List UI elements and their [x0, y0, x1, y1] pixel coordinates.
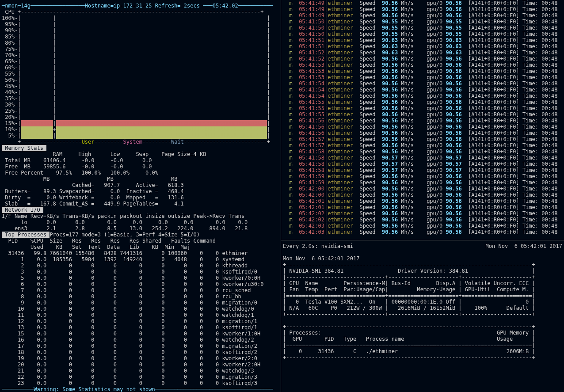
smi-proc-hdr2: | GPU PID Type Process name Usage |: [283, 336, 562, 342]
right-pane: m 05:41:49|ethminer Speed 90.56 Mh/s gpu…: [281, 0, 564, 392]
ethminer-log-row: m 05:42:00|ethminer Speed 90.56 Mh/s gpu…: [283, 186, 562, 192]
smi-border: +---------------------------------------…: [283, 262, 562, 268]
process-list: 31436 99.8 7661040 155480 8428 7441316 0…: [2, 250, 279, 386]
net-ens: ens3 2.1 2.8 8.5 13.0 254.2 224.0 894.0 …: [2, 225, 279, 232]
ethminer-log-row: m 05:42:00|ethminer Speed 90.56 Mh/s gpu…: [283, 192, 562, 198]
process-row: 8 0.0 0 0 0 0 0 0 0 0 rcu_bh: [2, 293, 279, 300]
mem-blank: MB MB MB: [2, 176, 279, 182]
smi-hdr2: | Fan Temp Perf Pwr:Usage/Cap| Memory-Us…: [283, 286, 562, 293]
process-row: 23 0.0 0 0 0 0 0 0 0 0 ksoftirqd/3: [2, 380, 279, 386]
cpu-row: 80%-| | |: [2, 40, 279, 46]
process-row: 5 0.0 0 0 0 0 0 0 0 0 kworker/0:0H: [2, 275, 279, 281]
ethminer-log-row: m 05:41:55|ethminer Speed 90.56 Mh/s gpu…: [283, 99, 562, 105]
cpu-row-15: 15%-|ssssssssss|ssssssssssssssssssssssss…: [2, 120, 279, 126]
smi-date: Mon Nov 6 05:42:01 2017: [283, 255, 562, 262]
process-row: 1 0.0 185356 5984 1392 149240 0 4048 0 0…: [2, 256, 279, 263]
process-row: 31436 99.8 7661040 155480 8428 7441316 0…: [2, 250, 279, 256]
smi-proc-top: +---------------------------------------…: [283, 323, 562, 330]
ethminer-log[interactable]: m 05:41:49|ethminer Speed 90.56 Mh/s gpu…: [281, 0, 564, 240]
cpu-row: 85%-| | |: [2, 34, 279, 40]
cpu-chart: 100%-| | | 95%-| | | 90%-| |: [2, 15, 279, 120]
ethminer-log-row: m 05:41:53|ethminer Speed 90.56 Mh/s gpu…: [283, 68, 562, 74]
cpu-row: 25%-| | |: [2, 108, 279, 114]
ethminer-log-row: m 05:41:49|ethminer Speed 90.56 Mh/s gpu…: [283, 6, 562, 12]
cpu-row: 45%-| | |: [2, 83, 279, 89]
smi-proc-hdr1: | Processes: GPU Memory |: [283, 330, 562, 336]
process-row: 18 0.0 0 0 0 0 0 0 0 0 ksoftirqd/2: [2, 349, 279, 355]
process-row: 19 0.0 0 0 0 0 0 0 0 0 kworker/2:0: [2, 355, 279, 362]
process-row: 20 0.0 0 0 0 0 0 0 0 0 kworker/2:0H: [2, 362, 279, 368]
smi-bot: +-------------------------------+-------…: [283, 311, 562, 317]
ethminer-log-row: m 05:41:52|ethminer Speed 90.63 Mh/s gpu…: [283, 49, 562, 56]
ethminer-log-row: m 05:41:54|ethminer Speed 90.56 Mh/s gpu…: [283, 93, 562, 99]
cpu-row: 55%-| | |: [2, 71, 279, 77]
ethminer-log-row: m 05:41:49|ethminer Speed 90.56 Mh/s gpu…: [283, 12, 562, 19]
process-row: 13 0.0 0 0 0 0 0 0 0 0 ksoftirqd/1: [2, 324, 279, 331]
mem-header: RAM High Low Swap Page Size=4 KB: [2, 151, 279, 157]
net-lo: lo 0.0 0.0 0.0 0.0 0.0 0.0 0.0 0.0: [2, 219, 279, 225]
process-row: 15 0.0 0 0 0 0 0 0 0 0 kworker/1:0H: [2, 331, 279, 337]
ethminer-log-row: m 05:41:53|ethminer Speed 90.56 Mh/s gpu…: [283, 62, 562, 68]
cpu-row: 50%-| | |: [2, 77, 279, 83]
ethminer-log-row: m 05:41:55|ethminer Speed 90.56 Mh/s gpu…: [283, 111, 562, 118]
process-row: 7 0.0 0 0 0 0 0 0 0 0 rcu_sched: [2, 287, 279, 293]
process-row: 6 0.0 0 0 0 0 0 0 0 0 kworker/u30:0: [2, 281, 279, 287]
mem-free: Free MB 59855.6 -0.0 -0.0 0.0: [2, 164, 279, 170]
ethminer-log-row: m 05:41:50|ethminer Speed 90.55 Mh/s gpu…: [283, 31, 562, 37]
ethminer-log-row: m 05:41:59|ethminer Speed 90.56 Mh/s gpu…: [283, 179, 562, 186]
ethminer-log-row: m 05:41:51|ethminer Speed 90.63 Mh/s gpu…: [283, 43, 562, 49]
ethminer-log-row: m 05:42:01|ethminer Speed 90.56 Mh/s gpu…: [283, 198, 562, 204]
cpu-row: 65%-| | |: [2, 58, 279, 65]
cpu-row: 100%-| | |: [2, 15, 279, 21]
ethminer-log-row: m 05:41:56|ethminer Speed 90.56 Mh/s gpu…: [283, 130, 562, 136]
net-header: I/F Name Recv=KB/s Trans=KB/s packin pac…: [2, 213, 279, 219]
top-header2: Used KB Set Text Data Lib KB Min Maj: [2, 244, 279, 250]
cpu-row: 90%-| | |: [2, 27, 279, 34]
cpu-row: 35%-| | |: [2, 95, 279, 102]
ethminer-log-row: m 05:41:54|ethminer Speed 90.56 Mh/s gpu…: [283, 80, 562, 87]
ethminer-log-row: m 05:41:52|ethminer Speed 90.56 Mh/s gpu…: [283, 56, 562, 62]
cpu-row: 70%-| | |: [2, 52, 279, 58]
cpu-row-5: 5%-|UUUUUUUUUU|UUUUUUUUUUUUUUUUUUUUUUUUU…: [2, 133, 279, 139]
process-row: 22 0.0 0 0 0 0 0 0 0 0 migration/3: [2, 374, 279, 380]
ethminer-log-row: m 05:41:57|ethminer Speed 90.56 Mh/s gpu…: [283, 142, 562, 148]
process-row: 12 0.0 0 0 0 0 0 0 0 0 migration/1: [2, 318, 279, 324]
smi-sep2: |===============================+=======…: [283, 293, 562, 299]
ethminer-log-row: m 05:41:51|ethminer Speed 90.63 Mh/s gpu…: [283, 37, 562, 43]
ethminer-log-row: m 05:41:57|ethminer Speed 90.56 Mh/s gpu…: [283, 136, 562, 142]
smi-gpu-row2: | N/A 60C P0 212W / 300W | 2616MiB / 161…: [283, 305, 562, 311]
ethminer-log-row: m 05:41:49|ethminer Speed 90.56 Mh/s gpu…: [283, 0, 562, 6]
ethminer-log-row: m 05:41:53|ethminer Speed 90.56 Mh/s gpu…: [283, 74, 562, 80]
mem-slab: Slab = 167.8 Commit_AS = 449.9 PageTable…: [2, 201, 279, 207]
mem-buffers: Buffers= 89.3 Swapcached= 0.0 Inactive =…: [2, 188, 279, 194]
ethminer-log-row: m 05:41:55|ethminer Speed 90.56 Mh/s gpu…: [283, 105, 562, 111]
network-section-label: Network I/O: [2, 207, 279, 213]
smi-sep: |-------------------------------+-------…: [283, 274, 562, 280]
mem-cached: Cached= 907.7 Active= 618.3: [2, 182, 279, 188]
ethminer-log-row: m 05:41:50|ethminer Speed 90.55 Mh/s gpu…: [283, 19, 562, 25]
mem-total: Total MB 61406.4 -0.0 -0.0 0.0: [2, 157, 279, 164]
ethminer-log-row: m 05:41:59|ethminer Speed 90.56 Mh/s gpu…: [283, 173, 562, 179]
process-row: 2 0.0 0 0 0 0 0 0 0 0 kthreadd: [2, 263, 279, 269]
memory-section-label: Memory Stats: [2, 145, 279, 151]
cpu-row: 60%-| | |: [2, 65, 279, 71]
ethminer-log-row: m 05:42:01|ethminer Speed 90.56 Mh/s gpu…: [283, 204, 562, 210]
ethminer-log-row: m 05:42:02|ethminer Speed 90.56 Mh/s gpu…: [283, 210, 562, 217]
nvidia-smi-pane[interactable]: Every 2.0s: nvidia-smiMon Nov 6 05:42:01…: [281, 240, 564, 392]
cpu-row: 20%-| | |: [2, 114, 279, 120]
process-row: 21 0.0 0 0 0 0 0 0 0 0 watchdog/3: [2, 368, 279, 374]
ethminer-log-row: m 05:41:58|ethminer Speed 90.56 Mh/s gpu…: [283, 148, 562, 155]
smi-version: | NVIDIA-SMI 384.81 Driver Version: 384.…: [283, 268, 562, 274]
top-header1: PID %CPU Size Res Res Res Res Shared Fau…: [2, 238, 279, 244]
nmon-pane[interactable]: ─nmon─14g─────────────────Hostname=ip-17…: [0, 0, 281, 392]
process-row: 11 0.0 0 0 0 0 0 0 0 0 watchdog/1: [2, 312, 279, 318]
mem-percent: Free Percent 97.5% 100.0% 100.0% 0.0%: [2, 170, 279, 176]
process-row: 16 0.0 0 0 0 0 0 0 0 0 watchdog/2: [2, 337, 279, 343]
ethminer-log-row: m 05:42:03|ethminer Speed 90.56 Mh/s gpu…: [283, 229, 562, 235]
ethminer-log-row: m 05:41:58|ethminer Speed 90.57 Mh/s gpu…: [283, 161, 562, 167]
smi-proc-row: | 0 31436 C ./ethminer 2606MiB |: [283, 348, 562, 354]
ethminer-log-row: m 05:41:56|ethminer Speed 90.56 Mh/s gpu…: [283, 118, 562, 124]
ethminer-log-row: m 05:41:56|ethminer Speed 90.56 Mh/s gpu…: [283, 124, 562, 130]
nmon-header: ─nmon─14g─────────────────Hostname=ip-17…: [2, 3, 279, 9]
process-row: 10 0.0 0 0 0 0 0 0 0 0 watchdog/0: [2, 306, 279, 312]
